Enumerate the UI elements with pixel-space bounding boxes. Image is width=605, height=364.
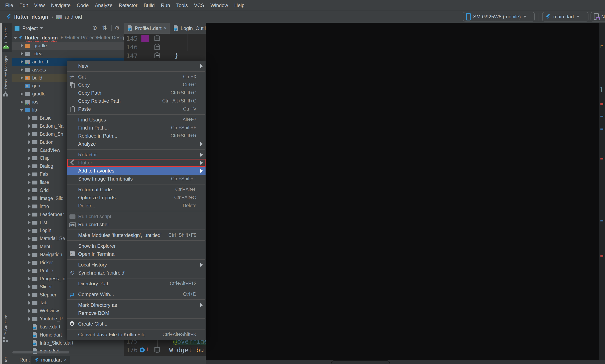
tree-expand-arrow[interactable] — [27, 131, 32, 137]
context-menu-item[interactable]: Copy Ctrl+C — [67, 81, 205, 89]
context-menu-item[interactable]: Directory Path Ctrl+Alt+F12 — [67, 280, 205, 287]
error-stripe-mark[interactable] — [600, 255, 603, 257]
tree-expand-arrow[interactable] — [27, 340, 32, 346]
context-menu-item[interactable]: Reformat Code Ctrl+Alt+L — [67, 185, 205, 194]
context-menu-item[interactable] — [67, 230, 205, 230]
context-menu-item[interactable]: Refactor — [67, 151, 205, 159]
tree-expand-arrow[interactable] — [27, 172, 32, 177]
tree-expand-arrow[interactable] — [27, 308, 32, 313]
tree-expand-arrow[interactable] — [13, 35, 18, 40]
tree-expand-arrow[interactable] — [27, 300, 32, 306]
menu-bar-item[interactable]: Refactor — [116, 2, 141, 8]
menu-bar-item[interactable]: File — [2, 2, 16, 8]
tree-expand-arrow[interactable] — [19, 75, 24, 80]
tree-expand-arrow[interactable] — [27, 164, 32, 169]
tree-expand-arrow[interactable] — [27, 252, 32, 257]
tree-row[interactable]: Intro_Slider.dart — [12, 339, 124, 347]
tree-expand-arrow[interactable] — [19, 43, 24, 48]
locate-file-icon[interactable]: ⊕ — [92, 24, 97, 31]
error-stripe-mark[interactable] — [600, 129, 603, 130]
context-menu-item[interactable]: Analyze — [67, 140, 205, 148]
context-menu-item[interactable]: Find in Path... Ctrl+Shift+F — [67, 124, 205, 132]
tree-expand-arrow[interactable] — [27, 220, 32, 225]
context-menu-item[interactable]: Show Image Thumbnails Ctrl+Shift+T — [67, 175, 205, 183]
run-tab-main-dart[interactable]: main.dart × — [31, 356, 70, 364]
tree-expand-arrow[interactable] — [19, 51, 24, 56]
tree-root-row[interactable]: flutter_design F:\Flutter Project\Flutte… — [12, 34, 124, 42]
context-menu-item[interactable]: Convert Java File to Kotlin File Ctrl+Al… — [67, 331, 205, 338]
context-menu-item[interactable]: Optimize Imports Ctrl+Alt+O — [67, 194, 205, 202]
color-preview-swatch[interactable] — [141, 35, 149, 42]
context-menu-item[interactable]: Run cmd script — [67, 212, 205, 221]
context-menu-item[interactable] — [67, 299, 205, 300]
context-menu-item[interactable] — [67, 259, 205, 260]
tree-row[interactable]: .gradle — [12, 42, 124, 50]
menu-bar-item[interactable]: Build — [141, 2, 158, 8]
tree-expand-arrow[interactable] — [19, 107, 24, 113]
context-menu-item[interactable]: Copy Path Ctrl+Shift+C — [67, 89, 205, 97]
context-menu-item[interactable]: Make Modules 'flutterdesign', 'untitled'… — [67, 231, 205, 239]
menu-bar-item[interactable]: View — [31, 2, 48, 8]
menu-bar-item[interactable]: Window — [207, 2, 231, 8]
context-menu-item[interactable]: Find Usages Alt+F7 — [67, 116, 205, 124]
tree-expand-arrow[interactable] — [27, 236, 32, 241]
tree-expand-arrow[interactable] — [27, 276, 32, 281]
partial-toolbar-button[interactable]: Ne — [591, 12, 605, 22]
menu-bar-item[interactable]: Analyze — [92, 2, 116, 8]
menu-bar-item[interactable]: Tools — [173, 2, 191, 8]
tree-expand-arrow[interactable] — [27, 115, 32, 121]
partial-bottom-button[interactable]: Screenshot — [331, 360, 390, 364]
menu-bar-item[interactable]: Code — [74, 2, 92, 8]
context-menu-item[interactable]: Copy Relative Path Ctrl+Alt+Shift+C — [67, 97, 205, 105]
error-stripe-mark[interactable] — [600, 220, 603, 221]
context-menu-item[interactable]: Local History — [67, 261, 205, 269]
context-menu-item[interactable] — [67, 329, 205, 329]
tree-expand-arrow[interactable] — [27, 156, 32, 161]
chevron-down-icon[interactable] — [40, 27, 43, 29]
tree-expand-arrow[interactable] — [27, 260, 32, 265]
tree-expand-arrow[interactable] — [19, 91, 24, 97]
breadcrumb-project[interactable]: flutter_design — [14, 14, 48, 20]
context-menu-item[interactable] — [67, 211, 205, 211]
error-stripe-mark[interactable] — [600, 158, 603, 159]
context-menu-item[interactable] — [67, 240, 205, 241]
fold-marker[interactable] — [154, 347, 160, 353]
tree-expand-arrow[interactable] — [27, 268, 32, 273]
tree-expand-arrow[interactable] — [27, 212, 32, 217]
sidebar-item-structure[interactable]: 7: Structure — [4, 315, 8, 335]
tree-expand-arrow[interactable] — [27, 204, 32, 209]
tree-expand-arrow[interactable] — [27, 316, 32, 322]
tree-expand-arrow[interactable] — [27, 188, 32, 193]
fold-marker[interactable] — [154, 43, 160, 50]
context-menu-item[interactable]: Create Gist... — [67, 320, 205, 328]
tree-expand-arrow[interactable] — [27, 244, 32, 249]
context-menu-item[interactable]: New — [67, 62, 205, 70]
horizontal-scrollbar[interactable] — [13, 351, 69, 353]
context-menu-item[interactable] — [67, 318, 205, 319]
fold-marker[interactable] — [154, 35, 160, 41]
sidebar-item-resource-manager[interactable]: Resource Manager — [4, 55, 8, 89]
error-stripe-mark[interactable] — [600, 103, 603, 105]
context-menu-item[interactable] — [67, 149, 205, 150]
menu-bar-item[interactable]: Help — [231, 2, 247, 8]
close-icon[interactable]: × — [64, 357, 67, 363]
sidebar-item-favorites-partial[interactable]: tes — [4, 357, 8, 362]
override-marker-icon[interactable] — [140, 348, 145, 352]
tree-expand-arrow[interactable] — [27, 292, 32, 298]
tree-expand-arrow[interactable] — [27, 284, 32, 289]
context-menu-item[interactable]: Remove BOM — [67, 309, 205, 317]
tree-expand-arrow[interactable] — [19, 83, 24, 89]
context-menu-item[interactable]: Delete... Delete — [67, 202, 205, 210]
gear-icon[interactable]: ⚙ — [115, 24, 120, 31]
tree-expand-arrow[interactable] — [27, 147, 32, 153]
sidebar-item-project[interactable]: 1: Project — [4, 27, 8, 44]
tree-expand-arrow[interactable] — [27, 228, 32, 233]
close-icon[interactable]: × — [163, 25, 167, 31]
tree-expand-arrow[interactable] — [19, 99, 24, 105]
tab-login-outline[interactable]: Login_Outli — [170, 23, 206, 34]
context-menu-item[interactable]: Run cmd shell — [67, 221, 205, 229]
tree-expand-arrow[interactable] — [27, 332, 32, 338]
menu-bar-item[interactable]: Run — [158, 2, 173, 8]
tree-expand-arrow[interactable] — [19, 59, 24, 65]
tree-expand-arrow[interactable] — [27, 180, 32, 185]
